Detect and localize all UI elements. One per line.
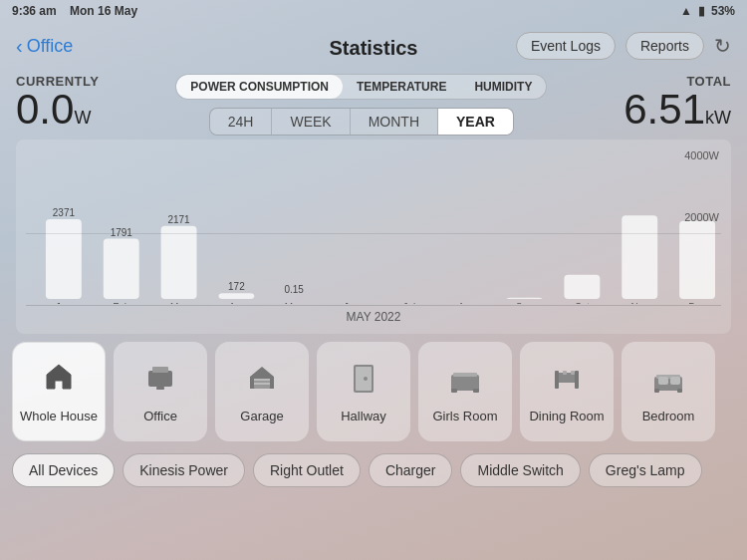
- svg-rect-2: [152, 367, 168, 373]
- month-label-Jul: Jul: [403, 302, 416, 304]
- filter-tab-0[interactable]: POWER CONSUMPTION: [176, 75, 343, 99]
- total-block: TOTAL 6.51kW: [623, 74, 731, 131]
- back-button[interactable]: ‹ Office: [16, 35, 73, 58]
- svg-rect-6: [254, 383, 270, 385]
- total-value: 6.51kW: [623, 89, 731, 131]
- period-tab-3[interactable]: YEAR: [438, 109, 513, 135]
- reports-button[interactable]: Reports: [625, 32, 704, 60]
- svg-rect-13: [473, 389, 479, 393]
- device-pill-0[interactable]: All Devices: [12, 453, 115, 487]
- currently-block: CURRENTLY 0.0W: [16, 74, 99, 131]
- filter-tab-2[interactable]: HUMIDITY: [460, 75, 546, 99]
- month-label-Oct: Oct: [575, 302, 591, 304]
- chart-svg: 2371Jan1791Feb2171Mar172Apr0.15MayJunJul…: [26, 149, 721, 304]
- svg-rect-17: [563, 371, 567, 375]
- chart-midline: [26, 233, 721, 234]
- svg-rect-21: [654, 389, 659, 393]
- page-title: Statistics: [330, 37, 418, 60]
- room-icon-garage: [246, 361, 278, 401]
- month-label-Feb: Feb: [113, 302, 130, 304]
- period-tabs: 24HWEEKMONTHYEAR: [209, 108, 514, 136]
- month-label-May: May: [285, 302, 304, 304]
- month-label-Mar: Mar: [170, 302, 188, 304]
- bar-Feb: [104, 239, 139, 299]
- room-card-office[interactable]: Office: [114, 342, 207, 441]
- room-icon-dining-room: [551, 361, 583, 401]
- bar-label-Feb: 1791: [111, 227, 133, 238]
- period-tab-0[interactable]: 24H: [210, 109, 273, 135]
- month-label-Jan: Jan: [56, 302, 72, 304]
- room-label-6: Bedroom: [642, 409, 695, 423]
- bar-label-Jan: 2371: [53, 207, 76, 218]
- currently-value: 0.0W: [16, 89, 99, 131]
- svg-point-9: [364, 377, 368, 381]
- bar-Nov: [622, 215, 657, 299]
- room-label-5: Dining Room: [529, 409, 604, 423]
- room-icon-whole-house: [43, 361, 75, 401]
- svg-rect-12: [451, 389, 457, 393]
- status-date: Mon 16 May: [70, 4, 137, 18]
- chart-month-label: MAY 2022: [26, 310, 721, 324]
- svg-rect-22: [677, 389, 682, 393]
- bar-Mar: [161, 226, 197, 299]
- svg-rect-18: [571, 371, 575, 375]
- device-pill-2[interactable]: Right Outlet: [253, 453, 361, 487]
- svg-rect-23: [658, 377, 668, 385]
- room-card-garage[interactable]: Garage: [215, 342, 309, 441]
- device-pill-5[interactable]: Greg's Lamp: [589, 453, 702, 487]
- room-label-1: Office: [143, 409, 177, 423]
- filter-tabs: POWER CONSUMPTIONTEMPERATUREHUMIDITY: [175, 74, 547, 100]
- y-label-4000: 4000W: [684, 149, 719, 161]
- month-label-Sep: Sep: [516, 302, 534, 304]
- room-card-whole-house[interactable]: Whole House: [12, 342, 106, 441]
- y-label-2000: 2000W: [684, 211, 719, 223]
- status-indicators: ▲ ▮ 53%: [680, 4, 735, 18]
- room-icon-office: [144, 361, 176, 401]
- device-pill-1[interactable]: Kinesis Power: [123, 453, 245, 487]
- back-label: Office: [27, 36, 74, 57]
- wifi-icon: ▲: [680, 4, 692, 18]
- room-card-bedroom[interactable]: Bedroom: [622, 342, 715, 441]
- filter-tab-1[interactable]: TEMPERATURE: [343, 75, 460, 99]
- month-label-Dec: Dec: [688, 302, 706, 304]
- svg-rect-10: [451, 375, 479, 391]
- room-icon-girls-room: [449, 361, 481, 401]
- chart-baseline: [26, 305, 721, 306]
- room-card-dining-room[interactable]: Dining Room: [520, 342, 614, 441]
- room-label-0: Whole House: [20, 409, 98, 423]
- month-label-Aug: Aug: [458, 302, 476, 304]
- event-logs-button[interactable]: Event Logs: [516, 32, 616, 60]
- period-tab-2[interactable]: MONTH: [351, 109, 438, 135]
- battery-icon: ▮: [698, 4, 705, 18]
- device-row: All DevicesKinesis PowerRight OutletChar…: [0, 449, 747, 495]
- bar-Apr: [218, 293, 254, 299]
- bar-Jan: [46, 219, 82, 299]
- room-icon-hallway: [348, 361, 379, 401]
- status-bar: 9:36 am Mon 16 May ▲ ▮ 53%: [0, 0, 747, 22]
- device-pill-3[interactable]: Charger: [369, 453, 453, 487]
- bar-label-Mar: 2171: [167, 214, 190, 225]
- svg-rect-15: [555, 371, 559, 389]
- status-time: 9:36 am: [12, 4, 57, 18]
- room-card-hallway[interactable]: Hallway: [317, 342, 410, 441]
- device-pill-4[interactable]: Middle Switch: [460, 453, 580, 487]
- rooms-row: Whole House Office Garage Hallway Girls …: [0, 334, 747, 449]
- room-icon-bedroom: [652, 361, 684, 401]
- period-tab-1[interactable]: WEEK: [272, 109, 350, 135]
- status-time-date: 9:36 am Mon 16 May: [12, 4, 137, 18]
- room-card-girls-room[interactable]: Girls Room: [418, 342, 512, 441]
- month-label-Jun: Jun: [344, 302, 360, 304]
- room-label-3: Hallway: [341, 409, 386, 423]
- refresh-icon[interactable]: ↻: [714, 34, 731, 58]
- month-label-Apr: Apr: [229, 302, 245, 304]
- svg-rect-11: [453, 373, 477, 377]
- room-label-2: Garage: [240, 409, 283, 423]
- bar-label-Apr: 172: [228, 281, 245, 292]
- battery-percent: 53%: [711, 4, 735, 18]
- month-label-Nov: Nov: [630, 302, 648, 304]
- chart-container: 4000W 2000W 2371Jan1791Feb2171Mar172Apr0…: [16, 140, 731, 334]
- header-actions: Event Logs Reports ↻: [516, 32, 731, 60]
- svg-rect-3: [156, 387, 164, 390]
- header: ‹ Office Statistics Event Logs Reports ↻: [0, 22, 747, 74]
- svg-text:0.15: 0.15: [285, 284, 305, 295]
